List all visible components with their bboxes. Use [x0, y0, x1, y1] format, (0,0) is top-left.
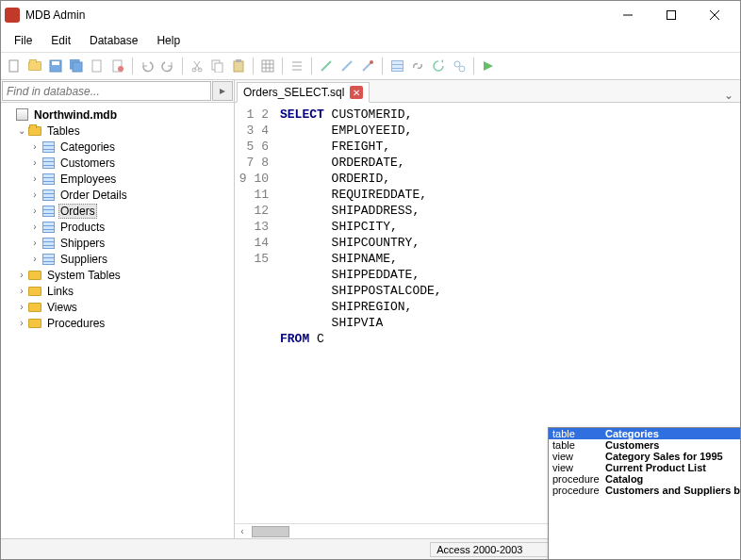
svg-point-32 — [454, 61, 460, 67]
svg-point-11 — [118, 66, 124, 72]
tree-table-item[interactable]: ›Shippers — [3, 235, 232, 251]
tree-table-item[interactable]: ›Order Details — [3, 187, 232, 203]
doc-icon[interactable] — [88, 57, 107, 75]
list-icon[interactable] — [288, 57, 306, 75]
run-icon[interactable] — [479, 57, 498, 75]
autocomplete-item[interactable]: viewCategory Sales for 1995 — [549, 451, 741, 462]
folder-icon — [27, 317, 42, 330]
expand-icon[interactable]: › — [29, 222, 41, 232]
expand-icon[interactable]: › — [29, 254, 41, 264]
paste-icon[interactable] — [229, 57, 248, 75]
svg-rect-9 — [92, 60, 101, 72]
tab-overflow-icon[interactable]: ⌄ — [721, 89, 736, 102]
svg-rect-6 — [52, 61, 59, 65]
menu-file[interactable]: File — [7, 31, 40, 50]
separator — [282, 58, 283, 74]
table-icon — [41, 156, 56, 170]
wand1-icon[interactable] — [317, 57, 336, 75]
tree-table-item[interactable]: ›Suppliers — [3, 251, 232, 267]
folder-icon — [27, 124, 42, 138]
menu-edit[interactable]: Edit — [43, 31, 78, 50]
search-go-button[interactable] — [212, 81, 233, 101]
menu-help[interactable]: Help — [149, 31, 188, 50]
grid-icon[interactable] — [258, 57, 277, 75]
expand-icon[interactable]: › — [16, 318, 27, 328]
expand-icon[interactable]: › — [29, 173, 41, 184]
tree-views-node[interactable]: ›Views — [3, 299, 232, 315]
collapse-icon[interactable]: ⌄ — [16, 125, 27, 136]
editor-tab[interactable]: Orders_SELECT.sql ✕ — [237, 82, 370, 103]
undo-icon[interactable] — [138, 57, 156, 75]
cut-icon[interactable] — [188, 57, 206, 75]
editor-tab-bar: Orders_SELECT.sql ✕ ⌄ — [235, 80, 740, 103]
expand-icon[interactable]: › — [29, 157, 41, 168]
svg-rect-1 — [667, 11, 676, 20]
autocomplete-item[interactable]: procedureCustomers and Suppliers by C — [549, 485, 741, 496]
window-title: MDB Admin — [25, 8, 606, 22]
wand2-icon[interactable] — [338, 57, 356, 75]
redo-icon[interactable] — [158, 57, 177, 75]
scroll-thumb[interactable] — [252, 526, 289, 537]
wand3-icon[interactable] — [358, 57, 377, 75]
separator — [253, 58, 254, 74]
new-icon[interactable] — [5, 57, 24, 75]
svg-rect-20 — [262, 60, 273, 72]
expand-icon[interactable]: › — [29, 141, 41, 152]
expand-icon[interactable]: › — [29, 189, 41, 200]
svg-point-33 — [459, 66, 465, 72]
tree-table-item[interactable]: ›Products — [3, 219, 232, 235]
maximize-button[interactable] — [650, 1, 693, 29]
table-icon — [41, 173, 56, 186]
autocomplete-item[interactable]: viewCurrent Product List — [549, 462, 741, 473]
scroll-left-icon[interactable]: ‹ — [235, 526, 250, 536]
svg-rect-19 — [236, 59, 241, 62]
tab-close-icon[interactable]: ✕ — [350, 86, 363, 99]
right-panel: Orders_SELECT.sql ✕ ⌄ 1 2 3 4 5 6 7 8 9 … — [235, 80, 740, 538]
search-row — [1, 80, 234, 103]
svg-rect-18 — [234, 61, 243, 72]
database-tree[interactable]: Northwind.mdb ⌄Tables ›Categories ›Custo… — [1, 103, 234, 538]
expand-icon[interactable]: › — [29, 238, 41, 248]
separator — [311, 58, 312, 74]
expand-icon[interactable]: › — [16, 270, 27, 280]
tree-table-item[interactable]: ›Categories — [3, 139, 232, 155]
tree-system-tables-node[interactable]: ›System Tables — [3, 267, 232, 283]
gears-icon[interactable] — [450, 57, 469, 75]
autocomplete-item[interactable]: tableCustomers — [549, 439, 741, 451]
tree-table-item[interactable]: ›Employees — [3, 171, 232, 187]
autocomplete-item-selected[interactable]: tableCategories — [549, 428, 741, 439]
save-icon[interactable] — [46, 57, 65, 75]
search-input[interactable] — [2, 81, 211, 101]
table-tool-icon[interactable] — [387, 57, 406, 75]
tree-tables-node[interactable]: ⌄Tables — [3, 123, 232, 139]
separator — [132, 58, 133, 74]
minimize-button[interactable] — [606, 1, 650, 29]
svg-rect-8 — [73, 62, 82, 72]
svg-rect-17 — [215, 63, 222, 73]
tree-links-node[interactable]: ›Links — [3, 283, 232, 299]
link-icon[interactable] — [408, 57, 427, 75]
menu-bar: File Edit Database Help — [1, 29, 740, 52]
close-button[interactable] — [693, 1, 736, 29]
app-icon — [5, 8, 20, 23]
tree-table-item[interactable]: ›Customers — [3, 155, 232, 171]
separator — [182, 58, 183, 74]
save-all-icon[interactable] — [67, 57, 86, 75]
svg-line-29 — [342, 61, 352, 71]
autocomplete-popup[interactable]: tableCategories tableCustomers viewCateg… — [548, 427, 741, 560]
separator — [473, 58, 474, 74]
refresh-icon[interactable] — [429, 57, 448, 75]
expand-icon[interactable]: › — [29, 206, 41, 216]
expand-icon[interactable]: › — [16, 302, 27, 312]
tree-procedures-node[interactable]: ›Procedures — [3, 315, 232, 331]
tree-table-item-selected[interactable]: ›Orders — [3, 203, 232, 219]
toolbar — [1, 52, 740, 80]
expand-icon[interactable]: › — [16, 286, 27, 296]
copy-icon[interactable] — [208, 57, 227, 75]
doc-delete-icon[interactable] — [108, 57, 127, 75]
svg-rect-4 — [9, 60, 18, 72]
open-icon[interactable] — [25, 57, 44, 75]
tree-db-node[interactable]: Northwind.mdb — [3, 107, 232, 123]
autocomplete-item[interactable]: procedureCatalog — [549, 473, 741, 485]
menu-database[interactable]: Database — [82, 31, 145, 50]
